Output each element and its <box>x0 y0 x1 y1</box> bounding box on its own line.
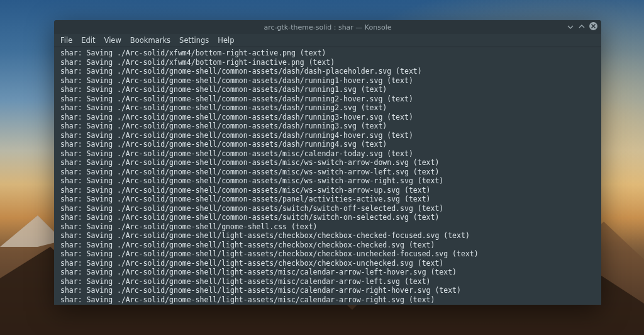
window-controls <box>567 22 597 30</box>
window-titlebar[interactable]: arc-gtk-theme-solid : shar — Konsole <box>54 20 601 34</box>
menubar: File Edit View Bookmarks Settings Help <box>54 34 601 47</box>
menu-edit[interactable]: Edit <box>81 36 95 45</box>
desktop-wallpaper: arc-gtk-theme-solid : shar — Konsole Fil… <box>0 0 644 335</box>
maximize-button[interactable] <box>578 23 586 30</box>
window-title: arc-gtk-theme-solid : shar — Konsole <box>264 23 391 31</box>
menu-view[interactable]: View <box>104 36 121 45</box>
menu-settings[interactable]: Settings <box>179 36 209 45</box>
menu-help[interactable]: Help <box>218 36 234 45</box>
konsole-window: arc-gtk-theme-solid : shar — Konsole Fil… <box>54 20 601 305</box>
menu-bookmarks[interactable]: Bookmarks <box>130 36 170 45</box>
minimize-button[interactable] <box>567 23 574 30</box>
terminal-output[interactable]: shar: Saving ./Arc-solid/xfwm4/bottom-ri… <box>54 47 601 305</box>
close-button[interactable] <box>589 22 597 30</box>
menu-file[interactable]: File <box>60 36 72 45</box>
